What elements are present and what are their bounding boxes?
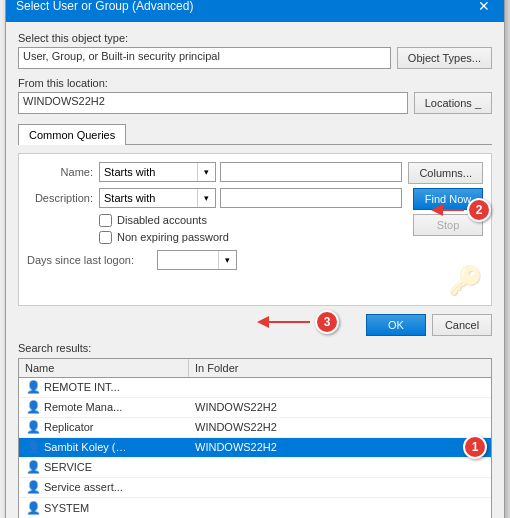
results-table: Name In Folder 👤REMOTE INT...👤Remote Man… [18,358,492,519]
table-row[interactable]: 👤SERVICE [19,458,491,478]
description-condition-arrow[interactable]: ▾ [197,189,215,207]
arrow-3-svg [255,311,315,333]
description-condition-dropdown[interactable]: Starts with ▾ [99,188,216,208]
tab-common-queries[interactable]: Common Queries [18,124,126,145]
table-row[interactable]: 👤ReplicatorWINDOWS22H2 [19,418,491,438]
cell-folder [189,386,491,388]
logon-field-row: Days since last logon: ▾ [27,250,402,270]
user-icon: 👤 [25,419,41,435]
search-results-label: Search results: [18,342,492,354]
description-condition-text: Starts with [100,192,197,204]
key-icon: 🔑 [448,244,483,297]
object-type-value: User, Group, or Built-in security princi… [18,47,391,69]
user-icon: 👤 [25,479,41,495]
user-icon: 👤 [25,379,41,395]
user-icon: 👤 [25,399,41,415]
cell-name: 👤Replicator [19,418,189,436]
col-folder: In Folder [189,359,491,377]
name-condition-dropdown[interactable]: Starts with ▾ [99,162,216,182]
title-bar: Select User or Group (Advanced) ✕ [6,0,504,22]
disabled-accounts-row: Disabled accounts [27,214,402,227]
object-type-label: Select this object type: [18,32,492,44]
badge-3: 3 [315,310,339,334]
columns-button[interactable]: Columns... [408,162,483,184]
name-condition-arrow[interactable]: ▾ [197,163,215,181]
cell-folder [189,466,491,468]
cancel-button[interactable]: Cancel [432,314,492,336]
disabled-accounts-checkbox[interactable] [99,214,112,227]
query-section: Name: Starts with ▾ Description: Starts … [18,153,492,306]
cell-folder [189,507,491,509]
query-inner: Name: Starts with ▾ Description: Starts … [27,162,483,297]
dialog-title: Select User or Group (Advanced) [16,0,193,13]
table-row[interactable]: 👤Service assert... [19,478,491,498]
results-header: Name In Folder [19,359,491,378]
ok-button[interactable]: OK [366,314,426,336]
col-name: Name [19,359,189,377]
cell-folder [189,486,491,488]
badge-1: 1 [463,435,487,459]
days-dropdown[interactable]: ▾ [157,250,237,270]
disabled-accounts-label: Disabled accounts [117,214,207,226]
cell-name: 👤Service assert... [19,478,189,496]
query-buttons: Columns... Find Now Stop 2 [408,162,483,297]
close-button[interactable]: ✕ [474,0,494,16]
cell-name: 👤SYSTEM [19,499,189,517]
cell-name: 👤Sambit Koley (… [19,438,189,456]
location-row: WINDOWS22H2 Locations _ [18,92,492,114]
badge-2: 2 [467,198,491,222]
user-icon: 👤 [25,500,41,516]
user-icon: 👤 [25,459,41,475]
name-condition-text: Starts with [100,166,197,178]
query-fields: Name: Starts with ▾ Description: Starts … [27,162,402,297]
description-input[interactable] [220,188,402,208]
days-arrow[interactable]: ▾ [218,251,236,269]
object-type-row: User, Group, or Built-in security princi… [18,47,492,69]
cell-folder: WINDOWS22H2 [189,400,491,414]
object-types-button[interactable]: Object Types... [397,47,492,69]
name-label: Name: [27,166,99,178]
cell-folder: WINDOWS22H2 [189,440,283,454]
name-input[interactable] [220,162,402,182]
results-body: 👤REMOTE INT...👤Remote Mana...WINDOWS22H2… [19,378,491,518]
cell-name: 👤REMOTE INT... [19,378,189,396]
badge-1-wrap: 1 [463,435,487,459]
dialog-body: Select this object type: User, Group, or… [6,22,504,519]
days-label: Days since last logon: [27,254,157,266]
name-field-row: Name: Starts with ▾ [27,162,402,182]
description-field-row: Description: Starts with ▾ [27,188,402,208]
cell-name: 👤Remote Mana... [19,398,189,416]
table-row[interactable]: 👤Sambit Koley (…WINDOWS22H21 [19,438,491,458]
cell-name: 👤SERVICE [19,458,189,476]
table-row[interactable]: 👤REMOTE INT... [19,378,491,398]
arrow-2-svg [429,199,467,221]
non-expiring-row: Non expiring password [27,231,402,244]
location-value: WINDOWS22H2 [18,92,408,114]
non-expiring-checkbox[interactable] [99,231,112,244]
ok-cancel-row: 3 OK Cancel [18,314,492,336]
user-icon: 👤 [25,439,41,455]
search-results-section: Search results: Name In Folder 👤REMOTE I… [18,342,492,519]
location-label: From this location: [18,77,492,89]
table-row[interactable]: 👤Remote Mana...WINDOWS22H2 [19,398,491,418]
select-user-group-dialog: Select User or Group (Advanced) ✕ Select… [5,0,505,518]
non-expiring-label: Non expiring password [117,231,229,243]
table-row[interactable]: 👤SYSTEM [19,498,491,518]
tab-label: Common Queries [29,129,115,141]
description-label: Description: [27,192,99,204]
tab-bar: Common Queries [18,124,492,145]
locations-button[interactable]: Locations _ [414,92,492,114]
cell-folder: WINDOWS22H2 [189,420,491,434]
